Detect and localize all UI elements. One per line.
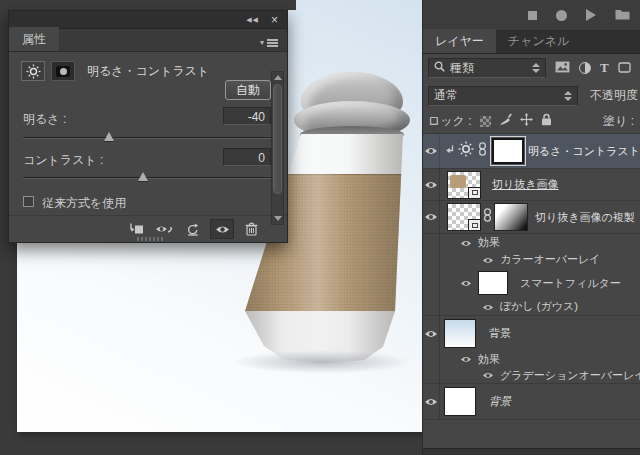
legacy-checkbox[interactable]: [23, 196, 34, 207]
layer-name: 背景: [489, 326, 511, 341]
layer-row-cutout-copy[interactable]: 切り抜き画像の複製: [423, 201, 640, 234]
layer-list: 明るさ・コントラスト 切り抜き画像 切り抜き画像の複製 効果: [423, 134, 640, 455]
smart-object-badge-icon: [468, 219, 481, 231]
eye-column: [423, 234, 440, 251]
layer-row-background-1[interactable]: 背景: [423, 316, 640, 351]
visibility-eye-icon[interactable]: [423, 316, 440, 351]
opacity-label: 不透明度 :: [590, 87, 640, 104]
layer-filter-row: 種類 T: [423, 54, 640, 82]
mask-link-chain-icon[interactable]: [477, 142, 488, 160]
collapse-panel-icon[interactable]: ◀◀: [246, 16, 259, 24]
actions-strip: [423, 0, 640, 31]
layers-tab-bar: レイヤー チャンネル: [423, 31, 640, 54]
gaussian-blur-row[interactable]: ぼかし (ガウス): [423, 298, 640, 316]
layer-thumbnail[interactable]: [447, 171, 481, 199]
stop-icon[interactable]: [528, 11, 537, 20]
layer-row-adjustment[interactable]: 明るさ・コントラスト: [423, 134, 640, 169]
toggle-visibility-eye-icon[interactable]: [210, 219, 234, 239]
contrast-value-field[interactable]: 0: [223, 148, 271, 166]
layer-name: 明るさ・コントラスト: [528, 144, 640, 159]
visibility-eye-icon[interactable]: [423, 134, 440, 168]
brightness-adjustment-icon[interactable]: [21, 61, 45, 81]
contrast-slider-track[interactable]: [23, 177, 273, 179]
record-icon[interactable]: [556, 10, 567, 21]
reset-icon[interactable]: [181, 219, 205, 239]
blend-mode-row: 通常 不透明度 :: [423, 82, 640, 109]
cup-drop-shadow: [229, 350, 415, 374]
smart-filters-label: スマートフィルター: [520, 276, 621, 291]
thumbnail-cup-fragment: [450, 175, 466, 188]
tab-channels[interactable]: チャンネル: [496, 29, 581, 53]
fx-visibility-eye-icon[interactable]: [482, 251, 494, 269]
filter-kind-label: 種類: [450, 60, 474, 77]
tab-properties[interactable]: 属性: [9, 27, 59, 51]
color-overlay-row[interactable]: カラーオーバーレイ: [423, 251, 640, 268]
color-overlay-label: カラーオーバーレイ: [500, 252, 601, 267]
layer-thumbnail[interactable]: [444, 319, 476, 348]
effects-row[interactable]: 効果: [423, 234, 640, 251]
visibility-eye-icon[interactable]: [423, 169, 440, 200]
properties-scrollbar[interactable]: [271, 71, 284, 225]
lock-all-icon[interactable]: [541, 112, 552, 130]
scrollbar-thumb[interactable]: [273, 84, 282, 194]
folder-icon[interactable]: [615, 6, 630, 24]
adjustment-layer-filter-icon[interactable]: [579, 62, 591, 74]
blend-mode-dropdown[interactable]: 通常: [428, 86, 578, 106]
brightness-slider-track[interactable]: [23, 137, 273, 139]
auto-button[interactable]: 自動: [225, 80, 271, 100]
dropdown-spinner-icon: [564, 91, 572, 101]
smart-object-badge-icon: [468, 187, 481, 199]
lock-position-move-icon[interactable]: [520, 112, 533, 130]
properties-tab-bar: 属性 ▾: [9, 29, 287, 52]
scroll-down-icon[interactable]: [274, 216, 282, 221]
properties-panel: ◀◀ × 属性 ▾ 明るさ・コントラスト 自動 明るさ : -40 コントラスト…: [8, 10, 288, 243]
layer-row-cutout[interactable]: 切り抜き画像: [423, 169, 640, 201]
mask-icon[interactable]: [51, 61, 75, 81]
layer-thumbnail[interactable]: [447, 203, 481, 231]
close-panel-icon[interactable]: ×: [271, 14, 278, 26]
visibility-eye-icon[interactable]: [423, 384, 440, 419]
eye-column: [423, 351, 440, 367]
visibility-eye-icon[interactable]: [423, 201, 440, 233]
fx-visibility-eye-icon[interactable]: [482, 298, 494, 316]
view-previous-state-eye-icon[interactable]: [152, 219, 176, 239]
gradient-mask-thumbnail[interactable]: [494, 203, 528, 231]
lock-label: ロック :: [428, 113, 472, 130]
lock-transparency-icon[interactable]: [480, 116, 491, 127]
tab-layers[interactable]: レイヤー: [423, 29, 496, 53]
clip-to-layer-icon[interactable]: [123, 219, 147, 239]
eye-column: [423, 367, 440, 383]
menu-lines-icon: [267, 42, 278, 44]
play-icon[interactable]: [586, 9, 596, 21]
smart-filters-row[interactable]: スマートフィルター: [423, 268, 640, 298]
layer-mask-thumbnail[interactable]: [492, 138, 524, 164]
gradient-overlay-label: グラデーションオーバーレイ: [500, 368, 640, 383]
clipping-mask-arrow-icon: [445, 142, 455, 160]
lock-paint-brush-icon[interactable]: [499, 112, 512, 130]
eye-column: [423, 268, 440, 298]
legacy-checkbox-label: 従来方式を使用: [42, 195, 126, 212]
contrast-slider-thumb[interactable]: [138, 172, 148, 181]
fx-visibility-eye-icon[interactable]: [482, 366, 494, 384]
lock-row: ロック : 塗り :: [423, 109, 640, 134]
brightness-value-field[interactable]: -40: [223, 107, 271, 125]
effects-row-2[interactable]: 効果: [423, 351, 640, 367]
panel-resize-grip[interactable]: [137, 237, 163, 241]
gradient-overlay-row[interactable]: グラデーションオーバーレイ: [423, 367, 640, 384]
layers-panel-bottom-bar: [423, 448, 640, 455]
fx-visibility-eye-icon[interactable]: [460, 234, 472, 252]
panel-menu-icon[interactable]: ▾: [260, 38, 287, 51]
pixel-layer-filter-icon[interactable]: [555, 59, 570, 77]
layer-thumbnail[interactable]: [444, 387, 476, 416]
type-layer-filter-icon[interactable]: T: [600, 60, 609, 76]
filter-kind-dropdown[interactable]: 種類: [428, 58, 546, 78]
scroll-up-icon[interactable]: [274, 75, 282, 80]
dropdown-spinner-icon: [532, 63, 540, 73]
smart-filter-mask-thumbnail[interactable]: [478, 271, 508, 295]
shape-layer-filter-icon[interactable]: [618, 59, 631, 77]
delete-trash-icon[interactable]: [239, 219, 263, 239]
layer-row-background-2[interactable]: 背景: [423, 384, 640, 420]
mask-link-chain-icon[interactable]: [482, 208, 493, 226]
brightness-slider-thumb[interactable]: [104, 132, 114, 141]
fx-visibility-eye-icon[interactable]: [460, 274, 472, 292]
